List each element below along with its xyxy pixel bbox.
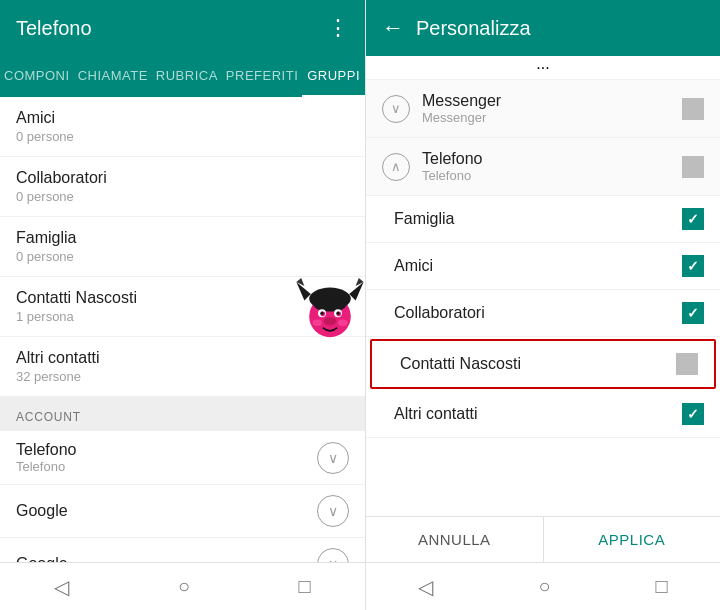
svg-point-15: [338, 320, 348, 326]
svg-point-11: [320, 312, 323, 315]
collaboratori-label: Collaboratori: [394, 304, 682, 322]
group-collaboratori-name: Collaboratori: [16, 169, 349, 187]
account-telefono-expand[interactable]: ∨: [317, 442, 349, 474]
scroll-hint: ···: [366, 56, 720, 80]
cancel-button[interactable]: Annulla: [366, 517, 544, 562]
telefono-text: Telefono Telefono: [422, 150, 682, 183]
messenger-expand-icon[interactable]: ∨: [382, 95, 410, 123]
sub-item-famiglia[interactable]: Famiglia: [366, 196, 720, 243]
back-icon-left[interactable]: ◁: [54, 575, 69, 599]
messenger-checkbox[interactable]: [682, 98, 704, 120]
account-google-1[interactable]: Google ∨: [0, 485, 365, 538]
left-header: Telefono ⋮: [0, 0, 365, 56]
telefono-sub: Telefono: [422, 168, 682, 183]
famiglia-checkbox[interactable]: [682, 208, 704, 230]
amici-checkbox[interactable]: [682, 255, 704, 277]
group-amici-count: 0 persone: [16, 129, 349, 144]
tab-preferiti[interactable]: Preferiti: [222, 56, 302, 97]
sub-item-collaboratori[interactable]: Collaboratori: [366, 290, 720, 337]
group-collaboratori[interactable]: Collaboratori 0 persone: [0, 157, 365, 217]
group-altri-contatti-count: 32 persone: [16, 369, 349, 384]
svg-marker-5: [356, 278, 364, 286]
svg-point-14: [312, 320, 322, 326]
amici-label: Amici: [394, 257, 682, 275]
account-google-1-info: Google: [16, 502, 68, 520]
home-icon-right[interactable]: ○: [538, 575, 550, 598]
messenger-sub: Messenger: [422, 110, 682, 125]
svg-point-13: [324, 317, 337, 325]
group-famiglia-name: Famiglia: [16, 229, 349, 247]
group-amici-name: Amici: [16, 109, 349, 127]
tab-componi[interactable]: Componi: [0, 56, 74, 97]
back-button[interactable]: ←: [382, 15, 404, 41]
right-content: ··· ∨ Messenger Messenger ∧ Telefono Tel…: [366, 56, 720, 516]
right-header: ← Personalizza: [366, 0, 720, 56]
account-telefono[interactable]: Telefono Telefono ∨: [0, 431, 365, 485]
telefono-main: Telefono: [422, 150, 682, 168]
right-nav-bar: ◁ ○ □: [366, 562, 720, 610]
tabs-bar: Componi Chiamate Rubrica Preferiti Grupp…: [0, 56, 365, 97]
account-google-1-name: Google: [16, 502, 68, 520]
contatti-nascosti-label: Contatti Nascosti: [400, 355, 676, 373]
sub-item-amici[interactable]: Amici: [366, 243, 720, 290]
right-header-title: Personalizza: [416, 17, 531, 40]
left-header-title: Telefono: [16, 17, 92, 40]
left-nav-bar: ◁ ○ □: [0, 562, 365, 610]
altri-contatti-checkbox[interactable]: [682, 403, 704, 425]
svg-point-12: [336, 312, 339, 315]
altri-contatti-label: Altri contatti: [394, 405, 682, 423]
sub-item-altri-contatti[interactable]: Altri contatti: [366, 391, 720, 438]
personalizza-telefono[interactable]: ∧ Telefono Telefono: [366, 138, 720, 196]
collaboratori-checkbox[interactable]: [682, 302, 704, 324]
messenger-main: Messenger: [422, 92, 682, 110]
group-famiglia-count: 0 persone: [16, 249, 349, 264]
back-icon-right[interactable]: ◁: [418, 575, 433, 599]
account-google-2[interactable]: Google ∨: [0, 538, 365, 562]
telefono-expand-icon[interactable]: ∧: [382, 153, 410, 181]
account-section-label: ACCOUNT: [16, 410, 81, 424]
action-buttons: Annulla Applica: [366, 516, 720, 562]
sub-item-contatti-nascosti[interactable]: Contatti Nascosti: [370, 339, 716, 389]
scroll-dots: ···: [536, 59, 549, 77]
recent-icon-right[interactable]: □: [655, 575, 667, 598]
account-telefono-info: Telefono Telefono: [16, 441, 77, 474]
group-altri-contatti-name: Altri contatti: [16, 349, 349, 367]
menu-icon[interactable]: ⋮: [327, 15, 349, 41]
svg-point-6: [314, 299, 346, 312]
account-google-2-info: Google: [16, 555, 68, 562]
personalizza-messenger[interactable]: ∨ Messenger Messenger: [366, 80, 720, 138]
group-amici[interactable]: Amici 0 persone: [0, 97, 365, 157]
apply-button[interactable]: Applica: [544, 517, 721, 562]
account-telefono-name: Telefono: [16, 441, 77, 459]
tab-gruppi[interactable]: Gruppi: [302, 56, 365, 97]
mascot-overlay: [290, 270, 370, 350]
right-panel: ← Personalizza ··· ∨ Messenger Messenger…: [365, 0, 720, 610]
home-icon-left[interactable]: ○: [178, 575, 190, 598]
tab-rubrica[interactable]: Rubrica: [152, 56, 222, 97]
account-google-2-name: Google: [16, 555, 68, 562]
recent-icon-left[interactable]: □: [299, 575, 311, 598]
account-section-header: ACCOUNT: [0, 397, 365, 431]
svg-marker-4: [296, 278, 304, 286]
tab-chiamate[interactable]: Chiamate: [74, 56, 152, 97]
telefono-checkbox[interactable]: [682, 156, 704, 178]
famiglia-label: Famiglia: [394, 210, 682, 228]
contatti-nascosti-checkbox[interactable]: [676, 353, 698, 375]
group-famiglia[interactable]: Famiglia 0 persone: [0, 217, 365, 277]
group-collaboratori-count: 0 persone: [16, 189, 349, 204]
account-google-1-expand[interactable]: ∨: [317, 495, 349, 527]
account-google-2-expand[interactable]: ∨: [317, 548, 349, 562]
account-telefono-sub: Telefono: [16, 459, 77, 474]
messenger-text: Messenger Messenger: [422, 92, 682, 125]
